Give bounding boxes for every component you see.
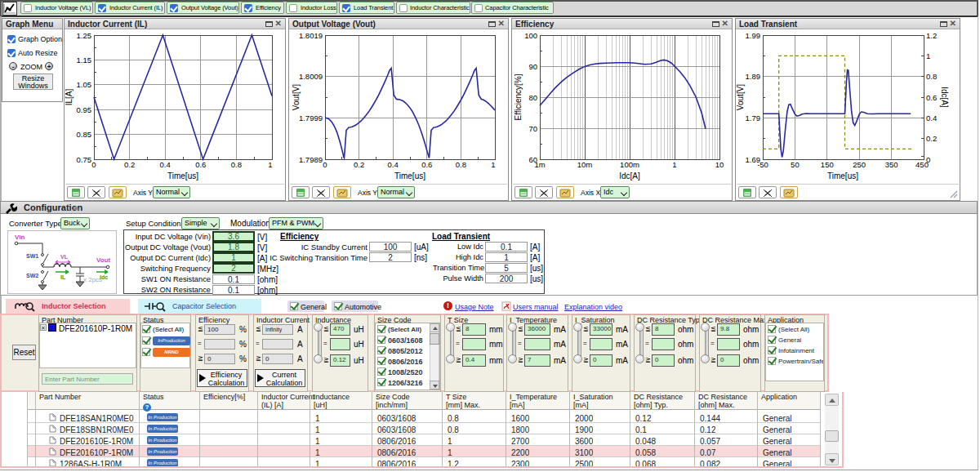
svg-text:Vin: Vin [15,234,24,241]
svg-text:0.4: 0.4 [926,114,937,122]
svg-text:0.4: 0.4 [388,160,399,169]
svg-text:0.4: 0.4 [160,160,171,169]
svg-text:50: 50 [791,160,800,169]
svg-text:0.6: 0.6 [195,160,206,169]
svg-text:0.85: 0.85 [77,130,92,139]
svg-text:IL: IL [60,274,66,280]
svg-text:250: 250 [853,160,866,169]
svg-text:1: 1 [268,160,272,169]
svg-text:1.25: 1.25 [77,31,92,40]
svg-text:Vout[V]: Vout[V] [736,84,745,110]
svg-text:10m: 10m [577,160,593,169]
svg-text:0.8: 0.8 [926,72,937,81]
svg-text:1.7999: 1.7999 [299,114,323,122]
svg-text:1: 1 [491,160,495,169]
svg-text:1m: 1m [534,160,545,169]
svg-text:350: 350 [885,160,898,169]
svg-text:Idc[A]: Idc[A] [940,87,949,108]
svg-text:100m: 100m [620,160,639,169]
svg-text:1.8019: 1.8019 [299,31,323,40]
svg-text:1.89: 1.89 [746,72,761,81]
svg-text:0.8: 0.8 [231,160,242,169]
svg-text:100: 100 [524,31,537,40]
svg-text:Time[us]: Time[us] [827,171,858,180]
svg-text:80: 80 [528,93,537,102]
svg-text:1.99: 1.99 [746,31,761,40]
svg-text:0.2: 0.2 [124,160,135,169]
svg-text:Vout[V]: Vout[V] [292,84,301,110]
svg-text:150: 150 [821,160,834,169]
svg-text:-50: -50 [757,160,768,169]
svg-text:1.7989: 1.7989 [299,155,323,164]
svg-text:0.2: 0.2 [354,160,364,169]
svg-text:SW2: SW2 [26,273,38,278]
svg-text:Time[us]: Time[us] [394,171,425,180]
svg-text:0: 0 [91,160,96,169]
svg-text:90: 90 [528,62,537,71]
svg-text:0.75: 0.75 [77,155,92,164]
svg-text:70: 70 [528,124,537,133]
svg-text:0.6: 0.6 [926,93,937,102]
svg-text:1: 1 [672,160,676,169]
svg-text:1.79: 1.79 [746,114,761,122]
svg-text:0.8: 0.8 [456,160,466,169]
svg-text:Idc[A]: Idc[A] [619,171,640,180]
svg-text:1.05: 1.05 [77,80,92,89]
svg-text:Efficiency[%]: Efficiency[%] [514,73,523,120]
svg-text:1.8009: 1.8009 [299,72,323,81]
svg-text:1.2: 1.2 [926,31,937,40]
svg-text:Time[us]: Time[us] [167,171,198,180]
svg-text:IL[A]: IL[A] [65,89,74,106]
svg-text:SW1: SW1 [26,253,38,259]
svg-text:VL: VL [60,254,69,260]
svg-text:1.15: 1.15 [77,56,92,65]
svg-text:1: 1 [926,51,930,60]
svg-text:Vout: Vout [96,256,111,264]
svg-text:0.95: 0.95 [77,105,92,114]
svg-text:0.2: 0.2 [926,134,937,143]
svg-text:10: 10 [715,160,724,169]
svg-text:0.6: 0.6 [421,160,432,169]
svg-text:x 2pcs: x 2pcs [83,276,102,283]
svg-text:450: 450 [915,160,929,169]
svg-text:0: 0 [323,160,327,169]
